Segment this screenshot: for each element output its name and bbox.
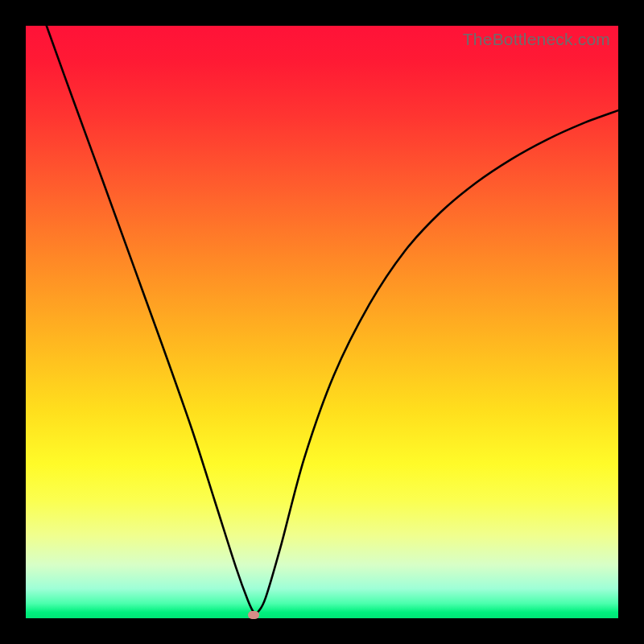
- chart-frame: TheBottleneck.com: [0, 0, 644, 644]
- plot-area: TheBottleneck.com: [26, 26, 618, 618]
- curve-svg: [26, 26, 618, 618]
- minimum-marker: [248, 611, 259, 619]
- bottleneck-curve: [47, 26, 618, 613]
